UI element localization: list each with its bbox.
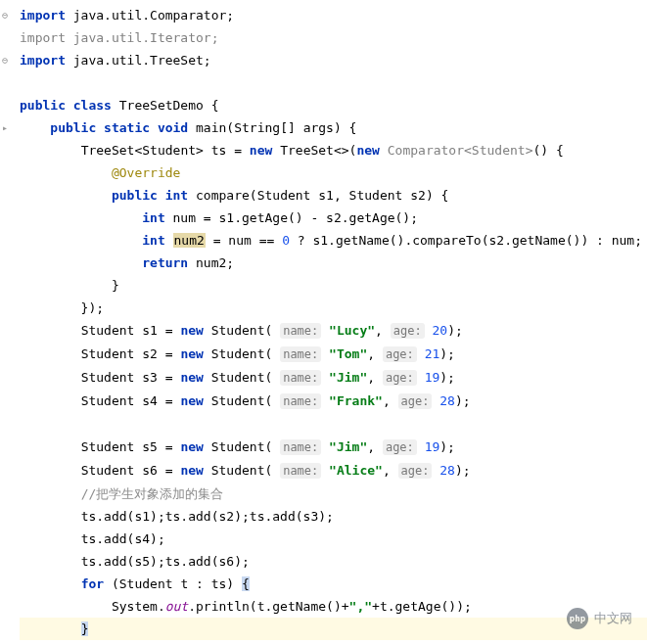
code-line[interactable]: int num2 = num == 0 ? s1.getName().compa… bbox=[20, 229, 647, 252]
code-line[interactable]: }); bbox=[20, 297, 647, 319]
code-line[interactable]: ts.add(s1);ts.add(s2);ts.add(s3); bbox=[20, 505, 647, 528]
code-line[interactable]: Student s1 = new Student( name: "Lucy", … bbox=[20, 319, 647, 343]
code-line[interactable]: public class TreeSetDemo { bbox=[20, 94, 647, 116]
code-line[interactable]: public int compare(Student s1, Student s… bbox=[20, 184, 647, 207]
param-hint: age: bbox=[391, 323, 425, 339]
watermark-logo-icon: php bbox=[567, 608, 588, 629]
code-line[interactable]: Student s6 = new Student( name: "Alice",… bbox=[20, 459, 647, 483]
code-line[interactable]: System.out.println(t.getName()+","+t.get… bbox=[20, 595, 647, 618]
fold-icon[interactable]: ⊖ bbox=[2, 49, 8, 71]
code-line[interactable]: return num2; bbox=[20, 252, 647, 274]
run-icon[interactable]: ▸ bbox=[2, 116, 8, 139]
code-line[interactable]: ⊖import java.util.Comparator; bbox=[20, 4, 647, 26]
cursor-line[interactable]: } bbox=[20, 618, 647, 640]
code-line[interactable]: import java.util.Iterator; bbox=[20, 26, 647, 49]
watermark: php 中文网 bbox=[567, 608, 632, 629]
code-line[interactable]: Student s4 = new Student( name: "Frank",… bbox=[20, 390, 647, 413]
code-line[interactable]: ts.add(s5);ts.add(s6); bbox=[20, 550, 647, 573]
code-line[interactable]: @Override bbox=[20, 161, 647, 184]
code-line bbox=[20, 71, 647, 94]
code-line[interactable]: for (Student t : ts) { bbox=[20, 573, 647, 595]
matched-brace: { bbox=[242, 576, 250, 591]
code-line[interactable]: int num = s1.getAge() - s2.getAge(); bbox=[20, 207, 647, 229]
code-line[interactable]: } bbox=[20, 274, 647, 297]
code-line[interactable]: ⊖import java.util.TreeSet; bbox=[20, 49, 647, 71]
code-line[interactable]: ts.add(s4); bbox=[20, 528, 647, 550]
code-line bbox=[20, 413, 647, 436]
code-editor[interactable]: ⊖import java.util.Comparator; import jav… bbox=[0, 0, 647, 644]
code-line[interactable]: ▸ public static void main(String[] args)… bbox=[20, 116, 647, 139]
code-line[interactable]: Student s5 = new Student( name: "Jim", a… bbox=[20, 436, 647, 459]
code-line[interactable]: Student s3 = new Student( name: "Jim", a… bbox=[20, 366, 647, 390]
code-line[interactable]: } bbox=[20, 640, 647, 644]
code-line[interactable]: Student s2 = new Student( name: "Tom", a… bbox=[20, 343, 647, 366]
code-line[interactable]: //把学生对象添加的集合 bbox=[20, 483, 647, 505]
watermark-text: 中文网 bbox=[594, 610, 632, 627]
code-line[interactable]: TreeSet<Student> ts = new TreeSet<>(new … bbox=[20, 139, 647, 161]
fold-icon[interactable]: ⊖ bbox=[2, 4, 8, 26]
param-hint: name: bbox=[280, 323, 321, 339]
matched-brace: } bbox=[81, 621, 89, 636]
highlighted-variable: num2 bbox=[173, 233, 206, 248]
